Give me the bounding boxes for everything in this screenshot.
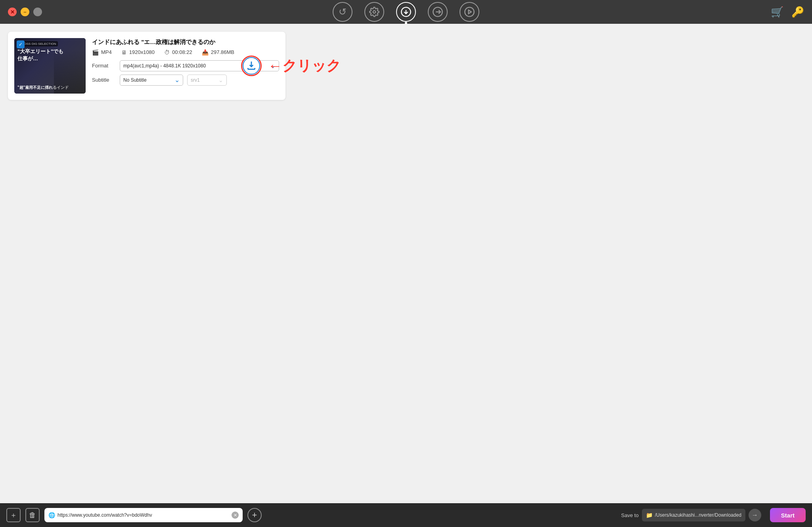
download-btn-area: ←クリック	[241, 56, 341, 76]
url-bar: 🌐 https://www.youtube.com/watch?v=bdoWdh…	[44, 508, 243, 522]
screen-icon: 🖥	[121, 49, 127, 56]
meta-filesize: 📥 297.86MB	[202, 49, 234, 56]
video-title: インドにあふれる "エ…政権は解消できるのか	[92, 38, 279, 46]
video-thumbnail: CROSS DIG SELECTION "大卒エリート"でも 仕事が… "超"雇…	[14, 38, 86, 94]
format-value: MP4	[101, 49, 112, 55]
nav-icons: ↺	[333, 2, 479, 22]
save-path: 📁 /Users/kazukihashi...nverter/Downloade…	[642, 509, 745, 521]
subtitle-secondary-chevron-icon: ⌄	[218, 77, 223, 83]
main-content: CROSS DIG SELECTION "大卒エリート"でも 仕事が… "超"雇…	[0, 24, 812, 503]
duration-value: 00:08:22	[172, 49, 192, 55]
subtitle-select-text: No Subtitle	[123, 77, 147, 83]
trash-icon: 🗑	[29, 511, 36, 519]
subtitle-secondary-text: srv1	[191, 77, 200, 83]
subtitle-chevron-icon: ⌄	[174, 76, 180, 84]
title-bar: ✕ − ↺	[0, 0, 812, 24]
video-card: CROSS DIG SELECTION "大卒エリート"でも 仕事が… "超"雇…	[8, 32, 285, 100]
save-to-section: Save to 📁 /Users/kazukihashi...nverter/D…	[621, 509, 761, 521]
url-clear-button[interactable]: ✕	[232, 512, 239, 519]
trash-button[interactable]: 🗑	[25, 508, 40, 522]
nav-play-icon[interactable]	[460, 2, 479, 22]
video-meta: 🎬 MP4 🖥 1920x1080 ⏱ 00:08:22 📥 297.86MB	[92, 49, 279, 56]
clock-icon: ⏱	[164, 49, 170, 56]
nav-download-icon[interactable]	[396, 2, 416, 22]
nav-settings-icon[interactable]	[364, 2, 384, 22]
nav-convert-icon[interactable]	[428, 2, 448, 22]
add-url-button[interactable]: +	[247, 508, 262, 522]
save-path-arrow-button[interactable]: →	[749, 509, 761, 521]
svg-point-0	[373, 11, 376, 13]
nav-back-icon[interactable]: ↺	[333, 2, 352, 22]
window-controls: ✕ −	[8, 8, 42, 16]
thumbnail-checkbox[interactable]: ✓	[17, 40, 25, 48]
download-icon	[243, 57, 260, 75]
format-label: Format	[92, 63, 116, 69]
key-icon[interactable]: 🔑	[791, 6, 804, 18]
download-button[interactable]	[241, 56, 262, 76]
plus-icon: +	[252, 510, 257, 520]
maximize-button[interactable]	[33, 8, 42, 16]
resolution-value: 1920x1080	[129, 49, 155, 55]
bottom-bar: ＋ 🗑 🌐 https://www.youtube.com/watch?v=bd…	[0, 503, 812, 527]
filesize-value: 297.86MB	[211, 49, 234, 55]
subtitle-select[interactable]: No Subtitle ⌄	[120, 75, 183, 86]
download-meta-icon: 📥	[202, 49, 209, 56]
subtitle-label: Subtitle	[92, 77, 116, 83]
svg-marker-5	[469, 10, 471, 13]
subtitle-secondary-select[interactable]: srv1 ⌄	[187, 75, 227, 86]
meta-resolution: 🖥 1920x1080	[121, 49, 155, 56]
meta-duration: ⏱ 00:08:22	[164, 49, 192, 56]
close-button[interactable]: ✕	[8, 8, 17, 16]
add-item-button[interactable]: ＋	[6, 508, 21, 522]
folder-icon: 📁	[646, 512, 653, 518]
meta-format: 🎬 MP4	[92, 49, 112, 56]
globe-icon: 🌐	[48, 512, 55, 518]
save-to-label: Save to	[621, 512, 639, 518]
minimize-button[interactable]: −	[21, 8, 29, 16]
start-button[interactable]: Start	[770, 508, 806, 522]
click-label: ←クリック	[268, 56, 341, 76]
save-path-text: /Users/kazukihashi...nverter/Downloaded	[655, 512, 741, 518]
url-text: https://www.youtube.com/watch?v=bdoWdhv	[57, 512, 229, 518]
svg-point-4	[465, 7, 474, 16]
add-icon: ＋	[10, 510, 17, 520]
cart-icon[interactable]: 🛒	[771, 6, 783, 18]
film-icon: 🎬	[92, 49, 99, 56]
title-bar-right: 🛒 🔑	[771, 6, 804, 18]
